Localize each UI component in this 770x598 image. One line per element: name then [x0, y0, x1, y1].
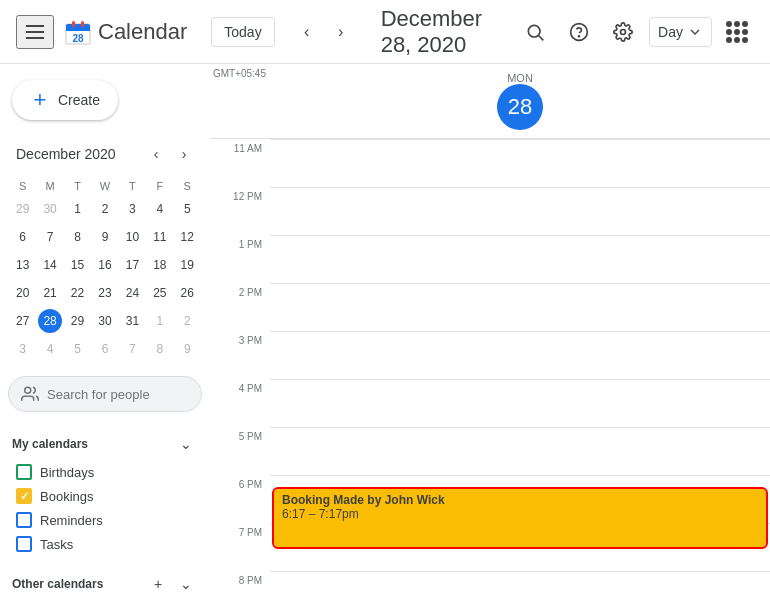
time-slot-label: 3 PM	[210, 331, 270, 379]
settings-button[interactable]	[605, 14, 641, 50]
mini-cal-day[interactable]: 31	[120, 309, 144, 333]
mini-cal-day[interactable]: 3	[120, 197, 144, 221]
svg-line-8	[539, 35, 544, 40]
apps-button[interactable]	[720, 15, 754, 49]
mini-cal-day[interactable]: 7	[38, 225, 62, 249]
mini-cal-day[interactable]: 22	[66, 281, 90, 305]
mini-cal-table: S M T W T F S 29301234567891011121314151…	[8, 176, 202, 364]
mini-cal-day[interactable]: 2	[175, 309, 199, 333]
time-slot-label: 11 AM	[210, 139, 270, 187]
my-calendars-toggle[interactable]: ⌄	[174, 432, 198, 456]
prev-arrow[interactable]: ‹	[291, 16, 323, 48]
other-calendars-toggle[interactable]: ⌄	[174, 572, 198, 596]
mini-cal-day[interactable]: 19	[175, 253, 199, 277]
mini-cal-day[interactable]: 7	[120, 337, 144, 361]
header-gutter: GMT+05:45	[210, 64, 270, 79]
mini-cal-day[interactable]: 25	[148, 281, 172, 305]
list-item: 9	[92, 224, 117, 250]
svg-rect-5	[72, 21, 75, 27]
list-item: 20	[10, 280, 35, 306]
mini-cal-day[interactable]: 21	[38, 281, 62, 305]
add-other-calendar[interactable]: +	[146, 572, 170, 596]
list-item: 24	[120, 280, 145, 306]
mini-cal-day[interactable]: 6	[93, 337, 117, 361]
mini-cal-next[interactable]: ›	[170, 140, 198, 168]
view-selector[interactable]: Day	[649, 17, 712, 47]
list-item: 25	[147, 280, 172, 306]
mini-cal-day[interactable]: 28	[38, 309, 62, 333]
today-button[interactable]: Today	[211, 17, 274, 47]
mini-cal-day[interactable]: 1	[148, 309, 172, 333]
mini-cal-day[interactable]: 18	[148, 253, 172, 277]
birthdays-checkbox[interactable]	[16, 464, 32, 480]
hamburger-button[interactable]	[16, 15, 54, 49]
mini-cal-day[interactable]: 2	[93, 197, 117, 221]
event-booking[interactable]: Booking Made by John Wick6:17 – 7:17pm	[274, 489, 766, 547]
list-item: 26	[175, 280, 200, 306]
mini-cal-day[interactable]: 15	[66, 253, 90, 277]
svg-rect-6	[81, 21, 84, 27]
mini-cal-day[interactable]: 27	[11, 309, 35, 333]
other-calendars-header: Other calendars + ⌄	[12, 572, 198, 596]
time-label: 1 PM	[239, 239, 262, 250]
mini-cal-day[interactable]: 29	[11, 197, 35, 221]
mini-cal-day[interactable]: 4	[38, 337, 62, 361]
mini-cal-day[interactable]: 12	[175, 225, 199, 249]
mini-cal-day[interactable]: 9	[175, 337, 199, 361]
mini-cal-day[interactable]: 24	[120, 281, 144, 305]
mini-cal-day[interactable]: 23	[93, 281, 117, 305]
mini-cal-header: December 2020 ‹ ›	[8, 136, 202, 172]
mini-cal-day[interactable]: 1	[66, 197, 90, 221]
reminders-checkbox[interactable]	[16, 512, 32, 528]
mini-cal-month: December 2020	[16, 146, 116, 162]
time-label: 3 PM	[239, 335, 262, 346]
search-people-text: Search for people	[47, 387, 150, 402]
dow-sat: S	[175, 178, 200, 194]
calendar-logo-icon: 28	[62, 16, 94, 48]
mini-cal-day[interactable]: 13	[11, 253, 35, 277]
mini-cal-day[interactable]: 30	[93, 309, 117, 333]
mini-cal-nav: ‹ ›	[142, 140, 198, 168]
mini-cal-day[interactable]: 5	[66, 337, 90, 361]
mini-cal-day[interactable]: 26	[175, 281, 199, 305]
hour-line	[270, 235, 770, 283]
list-item: 9	[175, 336, 200, 362]
tasks-checkbox[interactable]	[16, 536, 32, 552]
bookings-checkbox[interactable]	[16, 488, 32, 504]
cal-item-reminders[interactable]: Reminders	[12, 508, 198, 532]
cal-item-tasks[interactable]: Tasks	[12, 532, 198, 556]
mini-cal-day[interactable]: 11	[148, 225, 172, 249]
search-people[interactable]: Search for people	[8, 376, 202, 412]
cal-item-birthdays[interactable]: Birthdays	[12, 460, 198, 484]
mini-cal-prev[interactable]: ‹	[142, 140, 170, 168]
next-arrow[interactable]: ›	[325, 16, 357, 48]
list-item: 28	[37, 308, 62, 334]
mini-cal-day[interactable]: 4	[148, 197, 172, 221]
search-button[interactable]	[517, 14, 553, 50]
list-item: 12	[175, 224, 200, 250]
my-calendars-header: My calendars ⌄	[12, 432, 198, 456]
list-item: 7	[37, 224, 62, 250]
mini-cal-day[interactable]: 8	[66, 225, 90, 249]
mini-cal-day[interactable]: 14	[38, 253, 62, 277]
mini-cal-day[interactable]: 6	[11, 225, 35, 249]
mini-cal-day[interactable]: 8	[148, 337, 172, 361]
svg-point-12	[25, 387, 31, 393]
mini-cal-day[interactable]: 17	[120, 253, 144, 277]
list-item: 17	[120, 252, 145, 278]
mini-cal-day[interactable]: 20	[11, 281, 35, 305]
mini-cal-day[interactable]: 9	[93, 225, 117, 249]
header-date: December 28, 2020	[381, 6, 501, 58]
list-item: 21	[37, 280, 62, 306]
mini-cal-day[interactable]: 30	[38, 197, 62, 221]
cal-item-bookings[interactable]: Bookings	[12, 484, 198, 508]
mini-cal-day[interactable]: 10	[120, 225, 144, 249]
help-button[interactable]	[561, 14, 597, 50]
mini-cal-day[interactable]: 5	[175, 197, 199, 221]
reminders-label: Reminders	[40, 513, 103, 528]
mini-cal-day[interactable]: 3	[11, 337, 35, 361]
create-button[interactable]: Create	[12, 80, 118, 120]
mini-cal-day[interactable]: 29	[66, 309, 90, 333]
list-item: 3	[120, 196, 145, 222]
mini-cal-day[interactable]: 16	[93, 253, 117, 277]
